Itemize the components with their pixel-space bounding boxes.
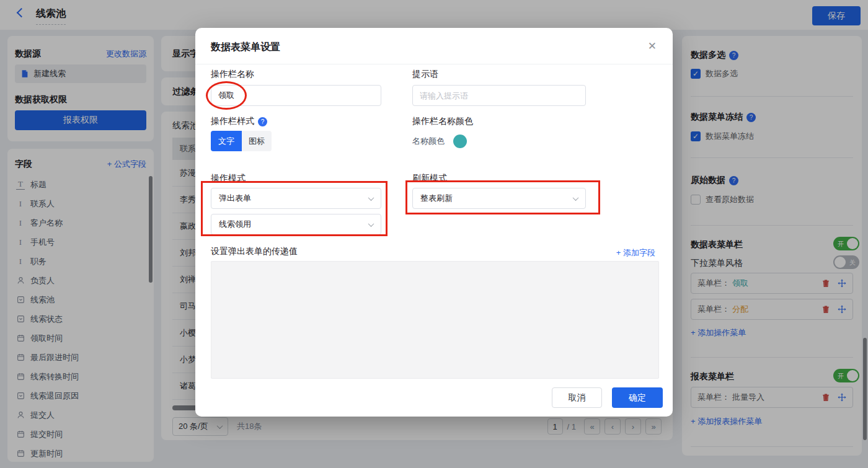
- refresh-mode-select[interactable]: 整表刷新: [412, 188, 586, 209]
- chevron-down-icon: [368, 221, 374, 227]
- style-segmented-control: 文字 图标: [211, 131, 272, 151]
- close-icon[interactable]: ✕: [648, 40, 657, 53]
- cancel-button[interactable]: 取消: [552, 387, 602, 408]
- action-style-label: 操作栏样式 ?: [211, 116, 267, 127]
- color-row-label: 名称颜色: [412, 136, 445, 147]
- operation-target-select[interactable]: 线索领用: [211, 214, 381, 235]
- chevron-down-icon: [573, 195, 579, 201]
- style-option-icon[interactable]: 图标: [242, 131, 272, 151]
- confirm-button[interactable]: 确定: [612, 387, 663, 408]
- tip-input[interactable]: [412, 85, 586, 106]
- operation-mode-select[interactable]: 弹出表单: [211, 188, 381, 209]
- transfer-value-area[interactable]: [211, 261, 659, 379]
- transfer-value-label: 设置弹出表单的传递值: [211, 246, 298, 257]
- name-color-label: 操作栏名称颜色: [412, 116, 473, 127]
- style-option-text[interactable]: 文字: [211, 131, 242, 151]
- divider: [195, 64, 673, 64]
- table-menu-settings-modal: 数据表菜单设置 ✕ 操作栏名称 提示语 操作栏样式 ? 文字 图标 操作栏名称颜…: [195, 28, 673, 417]
- chevron-down-icon: [368, 195, 374, 201]
- operation-mode-label: 操作模式: [211, 173, 246, 184]
- help-icon[interactable]: ?: [258, 117, 267, 126]
- color-swatch[interactable]: [453, 135, 467, 148]
- action-name-input[interactable]: [211, 85, 381, 106]
- refresh-mode-label: 刷新模式: [412, 173, 447, 184]
- action-name-label: 操作栏名称: [211, 69, 254, 80]
- add-field-link[interactable]: + 添加字段: [616, 247, 655, 258]
- tip-label: 提示语: [412, 69, 438, 80]
- modal-title: 数据表菜单设置: [211, 41, 280, 54]
